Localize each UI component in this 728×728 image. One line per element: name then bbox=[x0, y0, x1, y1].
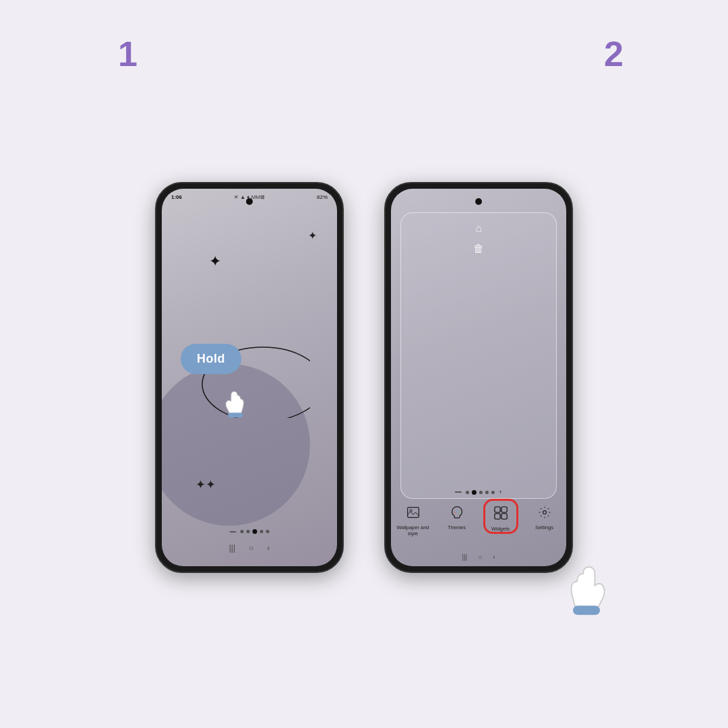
phone-2-screen: ⌂ 🗑 + bbox=[391, 189, 566, 566]
nav-back-1[interactable]: ‹ bbox=[267, 543, 270, 553]
svg-rect-8 bbox=[501, 507, 506, 512]
home-icon: ⌂ bbox=[475, 222, 482, 235]
svg-point-11 bbox=[543, 511, 546, 514]
svg-rect-12 bbox=[573, 606, 600, 615]
menu-item-widgets[interactable]: Widgets bbox=[479, 506, 522, 532]
menu-item-settings[interactable]: Settings bbox=[522, 506, 566, 530]
camera-notch-2 bbox=[475, 198, 482, 205]
phone-1-content: 1:06 ✕ ▲ ♦ MM⊠ 82% ✦ ✦ bbox=[162, 189, 337, 566]
nav-recents-2[interactable]: ||| bbox=[462, 553, 467, 561]
settings-icon bbox=[538, 506, 551, 522]
svg-rect-9 bbox=[494, 514, 499, 519]
camera-notch-1 bbox=[246, 198, 253, 205]
pagination-dots-2: + bbox=[455, 489, 502, 495]
svg-point-4 bbox=[454, 512, 456, 513]
step-2-label: 2 bbox=[604, 34, 624, 74]
nav-back-2[interactable]: ‹ bbox=[493, 553, 495, 561]
status-time: 1:06 bbox=[171, 194, 182, 200]
sparkle-bottom: ✦✦ bbox=[195, 477, 216, 492]
preview-icons: ⌂ 🗑 bbox=[401, 213, 556, 255]
nav-bar-2: ||| ○ ‹ bbox=[462, 553, 495, 561]
wallpaper-label: Wallpaper andstyle bbox=[396, 524, 429, 537]
phone-2-wrapper: ⌂ 🗑 + bbox=[384, 182, 573, 573]
nav-home-1[interactable]: ○ bbox=[249, 543, 253, 553]
page-container: 1 2 1:06 ✕ ▲ ♦ MM⊠ 82% ✦ ✦ bbox=[0, 0, 728, 728]
svg-rect-2 bbox=[407, 508, 419, 518]
svg-rect-1 bbox=[228, 413, 243, 417]
nav-recents-1[interactable]: ||| bbox=[229, 543, 235, 553]
svg-point-6 bbox=[458, 512, 459, 513]
widgets-icon bbox=[493, 506, 508, 524]
menu-item-themes[interactable]: Themes bbox=[435, 506, 479, 530]
hand-cursor-2 bbox=[553, 553, 620, 624]
preview-area: ⌂ 🗑 bbox=[400, 212, 557, 499]
hold-button[interactable]: Hold bbox=[181, 344, 241, 374]
phone-2: ⌂ 🗑 + bbox=[384, 182, 573, 573]
status-battery: 82% bbox=[317, 194, 328, 200]
hand-cursor-1 bbox=[216, 384, 253, 428]
themes-label: Themes bbox=[448, 524, 466, 530]
themes-icon bbox=[450, 506, 464, 522]
settings-label: Settings bbox=[535, 524, 553, 530]
menu-item-wallpaper[interactable]: Wallpaper andstyle bbox=[391, 506, 435, 537]
phone-2-content: ⌂ 🗑 + bbox=[391, 189, 566, 566]
nav-home-2[interactable]: ○ bbox=[478, 553, 482, 561]
svg-point-3 bbox=[410, 510, 412, 512]
phone-1: 1:06 ✕ ▲ ♦ MM⊠ 82% ✦ ✦ bbox=[155, 182, 344, 573]
phone-1-screen: 1:06 ✕ ▲ ♦ MM⊠ 82% ✦ ✦ bbox=[162, 189, 337, 566]
widgets-label: Widgets bbox=[491, 526, 510, 532]
nav-bar-1: ||| ○ ‹ bbox=[229, 543, 270, 553]
svg-point-5 bbox=[456, 510, 458, 512]
step-1-label: 1 bbox=[118, 34, 138, 74]
pagination-dots-1 bbox=[230, 529, 270, 534]
svg-rect-7 bbox=[494, 507, 499, 512]
sparkle-top-right: ✦ bbox=[308, 229, 317, 242]
wallpaper-icon bbox=[406, 506, 420, 522]
trash-icon: 🗑 bbox=[473, 243, 484, 255]
phone-1-wrapper: 1:06 ✕ ▲ ♦ MM⊠ 82% ✦ ✦ bbox=[155, 182, 344, 573]
sparkle-center: ✦ bbox=[209, 253, 221, 270]
svg-rect-10 bbox=[501, 514, 506, 519]
